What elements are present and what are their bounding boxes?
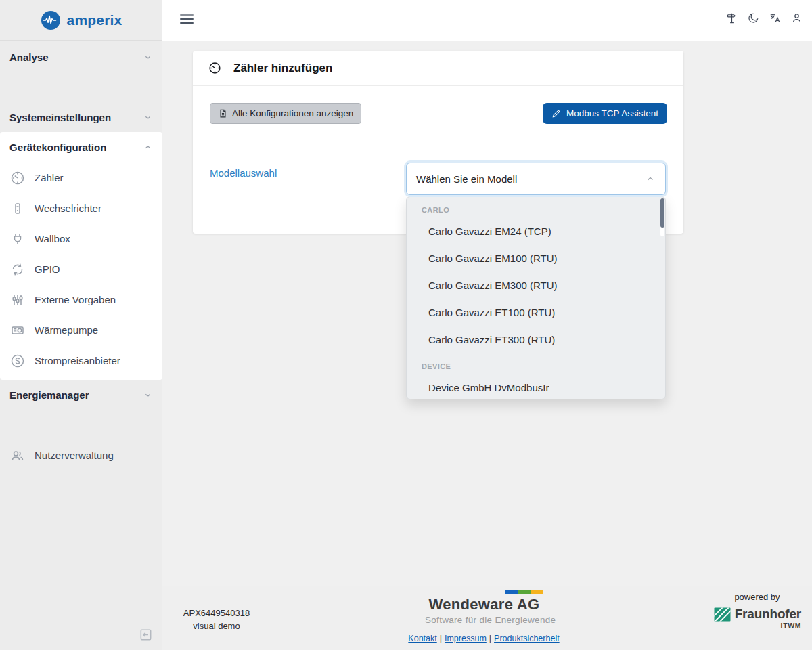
topbar — [162, 0, 812, 41]
show-all-configurations-button[interactable]: Alle Konfigurationen anzeigen — [210, 103, 361, 124]
card-header: Zähler hinzufügen — [193, 51, 683, 86]
modbus-tcp-assistant-button[interactable]: Modbus TCP Assistent — [543, 103, 667, 124]
dark-mode-icon[interactable] — [747, 12, 760, 24]
device-mode: visual demo — [172, 620, 261, 632]
sidebar-group-geraetekonfiguration[interactable]: Gerätekonfiguration — [0, 132, 162, 162]
sidebar-item-label: Wärmepumpe — [35, 324, 98, 336]
select-value: Wählen Sie ein Modell — [416, 173, 517, 185]
dropdown-option[interactable]: Carlo Gavazzi EM300 (RTU) — [407, 272, 665, 299]
sliders-icon — [9, 292, 26, 308]
group-label: Systemeinstellungen — [9, 112, 111, 123]
link-produktsicherheit[interactable]: Produktsicherheit — [494, 634, 560, 643]
chevron-down-icon — [143, 390, 153, 400]
dropdown-option[interactable]: Carlo Gavazzi EM24 (TCP) — [407, 218, 665, 245]
link-kontakt[interactable]: Kontakt — [408, 634, 436, 643]
dropdown-group-label: CARLO — [407, 197, 665, 218]
sidebar-item-waermepumpe[interactable]: Wärmepumpe — [0, 315, 162, 345]
heatpump-icon — [9, 322, 26, 339]
separator: | — [440, 634, 442, 643]
model-select[interactable]: Wählen Sie ein Modell — [406, 162, 666, 195]
inverter-icon — [9, 200, 26, 217]
users-icon — [9, 448, 26, 464]
sidebar-item-gpio[interactable]: GPIO — [0, 254, 162, 284]
collapse-sidebar-icon[interactable] — [138, 627, 154, 643]
separator: | — [489, 634, 491, 643]
signpost-icon[interactable] — [725, 12, 738, 24]
chevron-down-icon — [143, 112, 153, 123]
brand-color-bar — [505, 590, 543, 594]
sidebar-nav: Analyse Systemeinstellungen Gerätekonfig… — [0, 41, 162, 471]
sidebar-item-zaehler[interactable]: Zähler — [0, 162, 162, 193]
sidebar-item-label: Strompreisanbieter — [35, 355, 120, 366]
fraunhofer-logo-icon — [714, 607, 731, 622]
link-impressum[interactable]: Impressum — [445, 634, 487, 643]
sidebar-group-analyse[interactable]: Analyse — [0, 42, 162, 72]
chevron-up-icon — [645, 173, 656, 184]
partner-institute: ITWM — [713, 622, 801, 630]
sidebar-expanded-panel: Gerätekonfiguration Zähler Wechselrichte… — [0, 132, 162, 380]
spacer — [0, 410, 162, 440]
footer-links: Kontakt|Impressum|Produktsicherheit — [382, 634, 585, 643]
account-icon[interactable] — [790, 12, 803, 24]
powered-by-label: powered by — [713, 592, 801, 602]
translate-icon[interactable] — [769, 12, 782, 24]
menu-icon[interactable] — [180, 14, 194, 26]
sidebar-item-label: GPIO — [35, 263, 60, 275]
dropdown-option[interactable]: Carlo Gavazzi ET300 (RTU) — [407, 326, 665, 353]
sidebar-group-energiemanager[interactable]: Energiemanager — [0, 380, 162, 410]
company-tagline: Software für die Energiewende — [425, 615, 543, 625]
model-dropdown: CARLO Carlo Gavazzi EM24 (TCP) Carlo Gav… — [406, 196, 666, 399]
device-id: APX6449540318 — [172, 607, 261, 620]
plug-icon — [9, 231, 26, 247]
meter-icon — [208, 61, 222, 75]
gpio-icon — [9, 261, 26, 278]
model-select-label: Modellauswahl — [210, 167, 277, 179]
company-name: Wendeware AG — [425, 596, 543, 613]
button-label: Modbus TCP Assistent — [566, 108, 658, 118]
dropdown-group-label: DEVICE — [407, 353, 665, 374]
dropdown-option[interactable]: Carlo Gavazzi ET100 (RTU) — [407, 299, 665, 326]
footer: APX6449540318 visual demo Wendeware AG S… — [162, 586, 812, 650]
powered-by-block: powered by Fraunhofer ITWM — [713, 592, 801, 630]
sidebar-item-label: Zähler — [35, 172, 64, 183]
page-title: Zähler hinzufügen — [233, 62, 332, 75]
sidebar-item-label: Nutzerverwaltung — [35, 450, 114, 461]
brand-logo[interactable]: amperix — [0, 0, 162, 41]
sidebar-item-label: Wechselrichter — [35, 202, 102, 214]
meter-icon — [9, 170, 26, 186]
sidebar: amperix Analyse Systemeinstellungen Gerä… — [0, 0, 162, 650]
brand-name: amperix — [67, 12, 122, 28]
company-branding: Wendeware AG Software für die Energiewen… — [425, 590, 543, 625]
dropdown-option[interactable]: Carlo Gavazzi EM100 (RTU) — [407, 245, 665, 272]
pencil-icon — [551, 109, 561, 118]
document-icon — [218, 108, 228, 118]
partner-name: Fraunhofer — [735, 607, 801, 622]
button-label: Alle Konfigurationen anzeigen — [232, 108, 353, 118]
chevron-down-icon — [143, 52, 153, 62]
spacer — [0, 72, 162, 102]
group-label: Analyse — [9, 51, 49, 63]
device-info: APX6449540318 visual demo — [172, 607, 261, 632]
scrollbar-thumb[interactable] — [660, 198, 664, 228]
sidebar-item-nutzerverwaltung[interactable]: Nutzerverwaltung — [0, 440, 162, 471]
chevron-up-icon — [143, 142, 153, 152]
price-icon — [9, 353, 26, 369]
sidebar-item-label: Wallbox — [35, 233, 70, 244]
group-label: Energiemanager — [9, 389, 89, 401]
group-label: Gerätekonfiguration — [9, 142, 106, 153]
sidebar-item-strompreisanbieter[interactable]: Strompreisanbieter — [0, 345, 162, 376]
sidebar-item-wallbox[interactable]: Wallbox — [0, 223, 162, 254]
amperix-logo-icon — [41, 10, 61, 30]
sidebar-item-label: Externe Vorgaben — [35, 294, 116, 305]
sidebar-group-systemeinstellungen[interactable]: Systemeinstellungen — [0, 102, 162, 132]
sidebar-item-wechselrichter[interactable]: Wechselrichter — [0, 193, 162, 223]
sidebar-item-externe-vorgaben[interactable]: Externe Vorgaben — [0, 284, 162, 315]
dropdown-option[interactable]: Device GmbH DvModbusIr — [407, 374, 665, 399]
topbar-actions — [725, 12, 803, 24]
